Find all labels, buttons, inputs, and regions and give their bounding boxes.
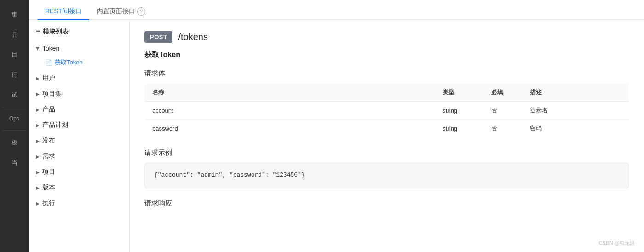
tabs-bar: RESTful接口 内置页面接口 ? [29,0,644,20]
param-name-password: password [145,120,436,137]
endpoint-header: POST /tokens [144,31,629,43]
group-user-header[interactable]: ▶ 用户 [29,71,129,86]
group-execute: ▶ 执行 [29,196,129,211]
nav-item-board[interactable]: 板 [0,132,29,153]
table-row: account string 否 登录名 [145,102,629,120]
chevron-token: ▶ [35,46,40,50]
module-sidebar-title: ≡ 模块列表 [29,28,129,41]
param-name-account: account [145,102,436,120]
nav-item-test[interactable]: 试 [0,85,29,105]
group-project-set: ▶ 项目集 [29,86,129,101]
content-area: ≡ 模块列表 ▶ Token 📄 获取Token ▶ 用户 [29,20,644,252]
group-requirement-header[interactable]: ▶ 需求 [29,149,129,164]
nav-divider-2 [3,130,26,131]
group-version: ▶ 版本 [29,180,129,195]
list-icon: ≡ [36,28,40,36]
endpoint-path: /tokens [178,32,207,42]
response-label: 请求响应 [144,199,629,208]
params-table: 名称 类型 必填 描述 account string 否 登录名 passwor… [144,83,629,137]
watermark: CSDN @虫无涯 [599,240,635,246]
group-project-header[interactable]: ▶ 项目 [29,165,129,179]
nav-item-project[interactable]: 目 [0,45,29,65]
item-get-token[interactable]: 📄 获取Token [29,55,129,70]
module-sidebar: ≡ 模块列表 ▶ Token 📄 获取Token ▶ 用户 [29,20,130,252]
nav-divider [3,107,26,107]
group-release: ▶ 发布 [29,133,129,148]
chevron-requirement: ▶ [36,154,40,159]
group-release-header[interactable]: ▶ 发布 [29,133,129,148]
param-desc-password: 密码 [523,120,629,137]
chevron-version: ▶ [36,185,40,190]
tab-restful[interactable]: RESTful接口 [38,4,89,20]
group-token-header[interactable]: ▶ Token [29,41,129,55]
group-user: ▶ 用户 [29,71,129,86]
example-code-block: {"account": "admin", "password": "123456… [144,163,629,188]
example-label: 请求示例 [144,149,629,157]
tab-builtin[interactable]: 内置页面接口 ? [89,4,153,20]
table-row: password string 否 密码 [145,120,629,137]
nav-item-ops[interactable]: Ops [0,109,29,128]
chevron-project: ▶ [36,170,40,175]
group-project: ▶ 项目 [29,165,129,179]
chevron-product-plan: ▶ [36,123,40,128]
group-product: ▶ 产品 [29,102,129,117]
group-execute-header[interactable]: ▶ 执行 [29,196,129,211]
col-header-name: 名称 [145,84,436,102]
chevron-user: ▶ [36,76,40,81]
group-product-plan-header[interactable]: ▶ 产品计划 [29,118,129,132]
doc-icon: 📄 [45,59,52,66]
nav-item-collection[interactable]: 集 [0,5,29,25]
param-type-password: string [435,120,483,137]
method-badge: POST [144,31,172,43]
group-product-plan: ▶ 产品计划 [29,118,129,132]
group-token: ▶ Token 📄 获取Token [29,41,129,70]
nav-item-run[interactable]: 行 [0,65,29,85]
nav-item-product[interactable]: 品 [0,25,29,45]
detail-title: 获取Token [144,50,629,60]
param-required-account: 否 [484,102,523,120]
main-container: RESTful接口 内置页面接口 ? ≡ 模块列表 ▶ Token 📄 获取To… [29,0,644,252]
col-header-desc: 描述 [523,84,629,102]
group-requirement: ▶ 需求 [29,149,129,164]
request-body-label: 请求体 [144,69,629,78]
group-product-header[interactable]: ▶ 产品 [29,102,129,117]
chevron-project-set: ▶ [36,92,40,97]
col-header-type: 类型 [435,84,483,102]
chevron-product: ▶ [36,107,40,112]
param-required-password: 否 [484,120,523,137]
nav-item-current[interactable]: 当 [0,153,29,173]
chevron-release: ▶ [36,138,40,143]
help-icon[interactable]: ? [137,7,145,16]
detail-panel: POST /tokens 获取Token 请求体 名称 类型 必填 描述 [130,20,644,252]
param-desc-account: 登录名 [523,102,629,120]
param-type-account: string [435,102,483,120]
group-version-header[interactable]: ▶ 版本 [29,180,129,195]
col-header-required: 必填 [484,84,523,102]
chevron-execute: ▶ [36,201,40,206]
group-project-set-header[interactable]: ▶ 项目集 [29,86,129,101]
left-sidebar: 集 品 目 行 试 Ops 板 当 [0,0,29,252]
